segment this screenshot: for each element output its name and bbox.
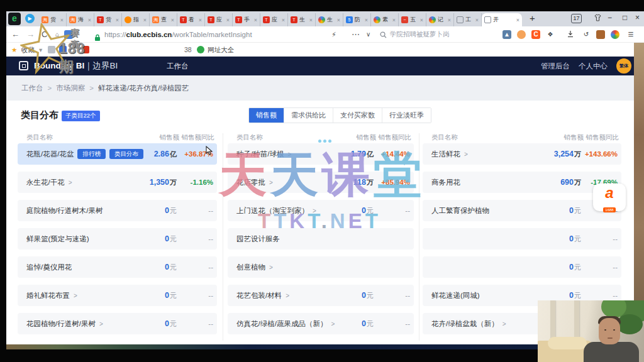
table-row[interactable]: 鲜果篮(预定与速递)0元-- (18, 228, 217, 250)
table-row[interactable]: 仿真花/绿植/蔬果成品（新）>0元-- (228, 313, 414, 334)
ranking-button[interactable]: 排行榜 (77, 149, 106, 159)
messenger-icon[interactable]: ▶ (25, 14, 35, 23)
admin-link[interactable]: 管理后台 (541, 57, 570, 75)
table-row[interactable]: 花园植物/行道树/果树>0元-- (18, 313, 217, 334)
site-nav-icon[interactable] (197, 46, 204, 53)
alibaba-1688-widget[interactable]: a 1688 (593, 184, 626, 211)
column-header-sales[interactable]: 销售额 (564, 133, 584, 142)
browser-tab[interactable]: ~五× (399, 13, 426, 26)
table-row[interactable]: 0元-- (423, 256, 621, 278)
metric-tab[interactable]: 需求供给比 (284, 108, 333, 123)
close-button[interactable]: × (635, 13, 640, 22)
browser-tab[interactable]: 开× (482, 13, 522, 26)
table-row[interactable]: 0元-- (423, 228, 621, 250)
tab-close-icon[interactable]: × (516, 17, 519, 23)
column-header-yoy[interactable]: 销售额同比 (379, 133, 412, 142)
menu-icon[interactable]: ☰ (626, 30, 635, 39)
column-header-sales[interactable]: 销售额 (160, 133, 180, 142)
tab-close-icon[interactable]: × (88, 17, 91, 23)
browser-tab[interactable]: 淘查× (150, 13, 177, 26)
tab-close-icon[interactable]: × (116, 17, 119, 23)
metric-tab[interactable]: 销售额 (249, 108, 284, 123)
tab-close-icon[interactable]: × (143, 17, 147, 23)
browser-tab[interactable]: 工× (454, 13, 482, 26)
site-nav-label[interactable]: 网址大全 (208, 43, 234, 57)
table-row[interactable]: 花艺包装/材料>0元-- (228, 285, 414, 306)
table-row[interactable]: 追悼/奠仪用花0元-- (18, 256, 217, 278)
browser-tab[interactable]: T手× (233, 13, 260, 26)
tab-close-icon[interactable]: × (365, 17, 368, 23)
table-row[interactable]: 花店零批>118万+85.94% (228, 172, 414, 193)
browser-tab[interactable]: T生× (288, 13, 316, 26)
column-header-yoy[interactable]: 销售额同比 (182, 133, 215, 142)
table-row[interactable]: 创意植物> (228, 256, 414, 278)
tab-close-icon[interactable]: × (171, 17, 174, 23)
download-icon[interactable] (566, 30, 575, 39)
table-row[interactable]: 婚礼鲜花布置>0元-- (18, 285, 217, 306)
sales-unit: 元 (367, 320, 374, 327)
browser-tab[interactable]: 指× (122, 13, 150, 26)
tab-close-icon[interactable]: × (226, 17, 230, 23)
search-input[interactable]: 学院招聘被疑萝卜岗 (380, 29, 499, 40)
metric-tab[interactable]: 支付买家数 (333, 108, 382, 123)
tab-close-icon[interactable]: × (199, 17, 202, 23)
tab-count-badge[interactable]: 17 (571, 14, 582, 23)
c-extension-icon[interactable]: C (531, 30, 540, 39)
undo-icon[interactable]: ↺ (582, 30, 591, 39)
tab-close-icon[interactable]: × (448, 17, 451, 23)
briefcase-icon[interactable] (596, 30, 605, 39)
breadcrumb-item[interactable]: 工作台 (21, 84, 43, 92)
tab-close-icon[interactable]: × (420, 17, 423, 23)
bookmark-label[interactable]: 38 (184, 43, 192, 57)
table-row[interactable]: 种子/种苗/球根>1.79亿+14.44% (228, 143, 414, 165)
column-header-sales[interactable]: 销售额 (357, 133, 377, 142)
profile-link[interactable]: 个人中心 (579, 57, 608, 75)
extensions-puzzle-icon[interactable]: ❖ (546, 30, 555, 39)
favorites-star-icon[interactable]: ★ (11, 43, 17, 57)
tab-close-icon[interactable]: × (282, 17, 285, 23)
sales-unit: 元 (574, 263, 581, 271)
table-row[interactable]: 生活鲜花>3,254万+143.66% (423, 143, 621, 165)
fox-extension-icon[interactable] (517, 30, 526, 39)
more-icon[interactable]: ⋯ (352, 26, 360, 43)
nav-workbench[interactable]: 工作台 (167, 57, 189, 75)
table-row[interactable]: 花瓶/花器/花盆排行榜类目分布2.86亿+36.87% (18, 143, 217, 165)
tab-close-icon[interactable]: × (337, 17, 340, 23)
minimize-button[interactable]: − (608, 13, 612, 22)
column-header-yoy[interactable]: 销售额同比 (586, 133, 619, 142)
tab-title: 手 (244, 16, 250, 24)
table-row[interactable]: 园艺设计服务 (228, 228, 414, 250)
yoy-value: -- (613, 228, 618, 250)
screenshot-extension-icon[interactable]: ▲ (502, 30, 511, 39)
tab-close-icon[interactable]: × (254, 17, 257, 23)
browser-tab[interactable]: T货× (94, 13, 122, 26)
theme-skin-icon[interactable] (594, 14, 602, 23)
maximize-button[interactable]: □ (623, 13, 627, 22)
new-tab-button[interactable]: + (530, 13, 535, 23)
table-row[interactable]: 永生花/干花>1,350万-1.16% (18, 172, 217, 193)
avatar[interactable]: 繁体 (616, 58, 631, 74)
url-text[interactable]: https://club.ecbis.cn/workTable/marketIn… (104, 26, 252, 43)
table-row[interactable]: 人工繁育保护植物0元-- (423, 200, 621, 221)
table-row[interactable]: 商务用花690万-17.69% (423, 172, 621, 193)
browser-tab[interactable]: T应× (205, 13, 233, 26)
browser-tab[interactable]: 素× (371, 13, 399, 26)
metric-tab[interactable]: 行业淡旺季 (382, 108, 431, 123)
browser-tab[interactable]: 5防× (343, 13, 371, 26)
browser-tab[interactable]: 生× (316, 13, 343, 26)
browser-logo-icon[interactable]: e (8, 13, 21, 25)
category-distribution-button[interactable]: 类目分布 (109, 149, 143, 159)
tab-close-icon[interactable]: × (392, 17, 396, 23)
table-row[interactable]: 上门送花（淘宝到家）>0元-- (228, 200, 414, 221)
browser-tab[interactable]: 记× (426, 13, 454, 26)
chevron-down-icon[interactable]: ∨ (366, 26, 370, 43)
browser-tab[interactable]: T看× (177, 13, 205, 26)
breadcrumb-item[interactable]: 市场洞察 (56, 84, 85, 92)
profile-icon[interactable] (611, 30, 619, 39)
table-row[interactable]: 庭院植物/行道树木/果树0元-- (18, 200, 217, 221)
lightning-icon[interactable]: ⚡ (331, 26, 336, 43)
tab-close-icon[interactable]: × (309, 17, 313, 23)
browser-tab[interactable]: T应× (260, 13, 288, 26)
breadcrumb-item[interactable]: 鲜花速递/花卉仿真/绿植园艺 (98, 84, 189, 92)
tab-close-icon[interactable]: × (475, 17, 479, 23)
